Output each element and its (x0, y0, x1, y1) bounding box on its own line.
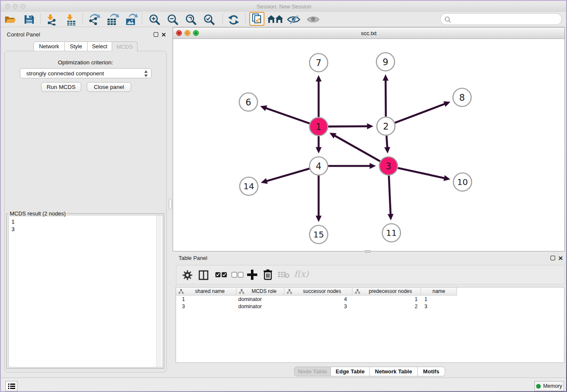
zoom-fit-icon[interactable] (184, 14, 197, 26)
graph-node-label-1: 1 (316, 122, 321, 132)
clone-network-button[interactable] (249, 12, 264, 26)
graph-edge-3-10[interactable] (398, 168, 445, 178)
vertical-splitter-handle[interactable] (169, 199, 172, 210)
export-network-icon[interactable] (87, 14, 101, 25)
graph-node-label-9: 9 (383, 57, 388, 67)
delete-table-icon[interactable] (278, 271, 290, 279)
cell-mcds_role-row0[interactable]: dominator (238, 296, 262, 303)
mcds-result-title: MCDS result (2 nodes) (8, 210, 67, 217)
criterion-select[interactable]: strongly connected component (20, 68, 151, 78)
zoom-in-icon[interactable] (148, 14, 161, 26)
tab-style[interactable]: Style (65, 41, 88, 51)
mcds-result-group: MCDS result (2 nodes) 1 3 (6, 213, 164, 369)
show-graphics-icon[interactable] (306, 15, 320, 25)
mcds-result-textarea[interactable]: 1 3 (8, 215, 163, 367)
graph-node-label-10: 10 (457, 177, 468, 187)
cell-shared_name-row1[interactable]: 3 (182, 303, 185, 310)
export-table-icon[interactable] (106, 14, 119, 25)
table-panel-close-button[interactable]: ✕ (558, 256, 563, 261)
network-view-panel: ✕ − + scc.txt 7968124314101511 (173, 27, 565, 251)
cell-predecessor-row1[interactable]: 2 (352, 303, 418, 310)
column-header-shared-name[interactable]: shared name (176, 287, 237, 295)
network-graph[interactable]: 7968124314101511 (173, 39, 564, 251)
node-table: shared nameMCDS rolesuccessor nodesprede… (176, 287, 564, 363)
select-all-columns-icon[interactable] (215, 272, 228, 278)
zoom-out-icon[interactable] (166, 14, 179, 26)
run-mcds-button[interactable]: Run MCDS (41, 82, 81, 92)
home-view-icon[interactable] (267, 14, 284, 25)
cell-successor-row0[interactable]: 4 (284, 296, 347, 303)
graph-edge-2-3[interactable] (386, 135, 387, 148)
tab-node-table[interactable]: Node Table (294, 367, 331, 376)
tab-network-table[interactable]: Network Table (370, 367, 418, 376)
delete-column-icon[interactable] (263, 269, 273, 280)
result-scrollbar[interactable] (156, 215, 162, 367)
control-panel-close-button[interactable]: ✕ (161, 32, 166, 37)
graph-edge-1-6[interactable] (265, 108, 310, 124)
tab-select[interactable]: Select (88, 41, 112, 51)
cell-name-row0[interactable]: 1 (424, 296, 427, 303)
graph-node-label-11: 11 (386, 228, 396, 238)
cell-mcds_role-row1[interactable]: dominator (238, 303, 262, 310)
horizontal-splitter-handle[interactable] (365, 250, 371, 253)
main-toolbar (1, 12, 567, 27)
memory-status-dot (536, 384, 541, 389)
cell-successor-row1[interactable]: 3 (284, 303, 347, 310)
zoom-selected-icon[interactable] (203, 14, 215, 26)
close-panel-button[interactable]: Close panel (87, 82, 131, 92)
cell-predecessor-row0[interactable]: 1 (352, 296, 418, 303)
graph-edge-3-11[interactable] (389, 175, 391, 215)
save-session-icon[interactable] (24, 14, 35, 25)
graph-node-label-8: 8 (459, 93, 465, 103)
graph-edge-1-2[interactable] (328, 126, 368, 127)
select-stepper-icon (144, 70, 148, 77)
add-column-icon[interactable] (247, 269, 258, 280)
column-header-successor-nodes[interactable]: successor nodes (284, 287, 352, 295)
gear-icon[interactable] (182, 270, 193, 280)
graph-edge-arrow-4-3 (370, 163, 376, 169)
function-builder-icon[interactable]: f(x) (294, 269, 308, 279)
graph-edge-arrow-3-10 (443, 175, 450, 181)
control-panel-float-button[interactable] (154, 32, 158, 37)
import-table-icon[interactable] (64, 14, 77, 25)
search-input[interactable] (440, 13, 562, 25)
column-header-MCDS-role[interactable]: MCDS role (237, 287, 284, 295)
graph-edge-3-1[interactable] (334, 135, 380, 161)
import-network-icon[interactable] (45, 14, 58, 25)
graph-edge-2-9[interactable] (385, 79, 386, 116)
graph-node-label-14: 14 (243, 181, 254, 191)
table-toolbar: f(x) (176, 265, 564, 284)
column-settings-icon[interactable] (198, 270, 209, 280)
cell-shared_name-row0[interactable]: 1 (182, 296, 185, 303)
status-menu-button[interactable] (6, 381, 17, 391)
tree-icon (287, 289, 292, 294)
tab-motifs[interactable]: Motifs (418, 367, 445, 376)
table-panel-float-button[interactable] (550, 256, 555, 260)
memory-button[interactable]: Memory (534, 381, 564, 391)
graph-node-label-4: 4 (316, 161, 321, 171)
graph-edge-2-8[interactable] (395, 104, 446, 123)
tab-mcds[interactable]: MCDS (112, 41, 138, 52)
tab-network[interactable]: Network (33, 41, 65, 51)
hide-graphics-icon[interactable] (287, 15, 300, 25)
tab-edge-table[interactable]: Edge Table (331, 367, 370, 376)
open-session-icon[interactable] (4, 14, 17, 25)
table-panel-title: Table Panel (179, 255, 207, 261)
refresh-icon[interactable] (228, 14, 240, 26)
graph-node-label-2: 2 (383, 121, 388, 132)
column-header-name[interactable]: name (421, 287, 457, 295)
network-window-title: scc.txt (173, 30, 564, 36)
graph-edge-arrow-2-3 (384, 147, 390, 153)
graph-edge-4-14[interactable] (266, 168, 310, 181)
status-bar: Memory (1, 378, 567, 392)
cell-name-row1[interactable]: 3 (424, 303, 427, 310)
column-header-predecessor-nodes[interactable]: predecessor nodes (352, 287, 421, 295)
graph-node-label-7: 7 (316, 58, 321, 68)
control-panel-title: Control Panel (7, 31, 40, 38)
graph-edge-arrow-2-9 (383, 74, 388, 80)
export-image-icon[interactable] (124, 14, 138, 25)
unselect-all-columns-icon[interactable] (231, 272, 244, 278)
graph-edge-arrow-4-15 (316, 216, 322, 222)
optimization-label: Optimization criterion: (5, 59, 166, 66)
table-tabs: Node Table Edge Table Network Table Moti… (294, 367, 445, 376)
